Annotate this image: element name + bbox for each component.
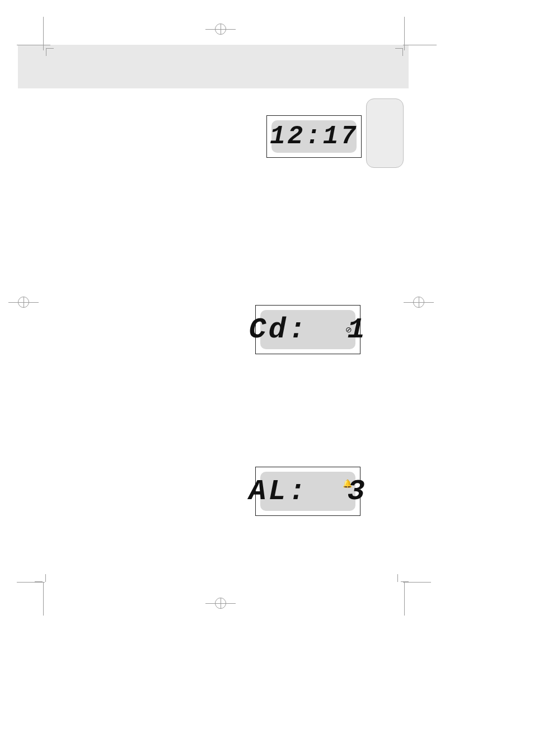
crop-mark — [403, 45, 437, 45]
bell-icon: 🔔 — [343, 480, 352, 487]
side-tab — [366, 98, 404, 168]
crop-mark — [397, 571, 409, 582]
registration-target-icon — [18, 297, 29, 308]
crop-mark — [17, 582, 45, 583]
crop-mark — [35, 571, 46, 582]
crop-mark — [17, 45, 50, 45]
disc-icon: ⊘ — [345, 326, 352, 334]
lcd-time: 12:17 ♪ — [266, 115, 362, 158]
crop-mark — [404, 582, 405, 616]
registration-target-icon — [215, 598, 226, 609]
lcd-alarm: AL: 3 🔔 — [255, 467, 360, 516]
header-band — [18, 45, 409, 88]
lcd-time-text: 12:17 — [270, 122, 358, 151]
registration-target-icon — [413, 297, 424, 308]
crop-mark — [43, 582, 44, 616]
registration-target-icon — [215, 24, 226, 35]
crop-mark — [404, 17, 405, 50]
music-note-icon: ♪ — [349, 125, 353, 133]
crop-mark — [403, 582, 431, 583]
crop-mark — [46, 48, 57, 59]
crop-mark — [43, 17, 44, 50]
crop-mark — [392, 48, 403, 59]
lcd-cd: Cd: 1 ⊘ — [255, 305, 360, 354]
